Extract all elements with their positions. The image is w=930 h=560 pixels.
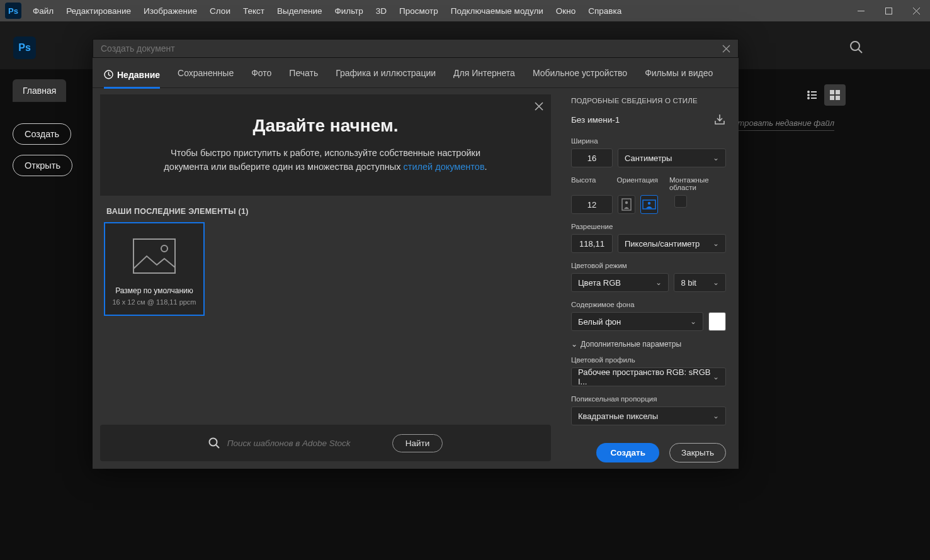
panel-title: ПОДРОБНЫЕ СВЕДЕНИЯ О СТИЛЕ xyxy=(571,97,726,104)
new-document-dialog: Недавние Сохраненные Фото Печать Графика… xyxy=(93,39,739,469)
portrait-icon xyxy=(621,198,632,211)
orientation-portrait-button[interactable] xyxy=(618,195,635,214)
tab-mobile[interactable]: Мобильное устройство xyxy=(533,64,627,82)
hero-close-button[interactable] xyxy=(535,102,543,111)
svg-rect-8 xyxy=(836,96,840,100)
background-color-swatch[interactable] xyxy=(708,312,726,331)
menu-filter[interactable]: Фильтр xyxy=(328,6,369,16)
dialog-footer: Создать Закрыть xyxy=(571,443,726,462)
menu-help[interactable]: Справка xyxy=(582,6,628,16)
recent-items-grid: Размер по умолчанию 16 x 12 см @ 118,11 … xyxy=(93,222,559,316)
tab-web[interactable]: Для Интернета xyxy=(453,64,515,82)
menu-image[interactable]: Изображение xyxy=(137,6,203,16)
dialog-search-input[interactable] xyxy=(101,43,722,53)
resolution-input[interactable] xyxy=(571,234,613,253)
svg-point-11 xyxy=(161,245,167,252)
close-icon xyxy=(535,102,543,111)
resolution-unit-select[interactable]: Пикселы/сантиметр⌄ xyxy=(618,234,726,253)
search-icon xyxy=(849,40,863,54)
svg-rect-6 xyxy=(836,90,840,94)
tab-saved[interactable]: Сохраненные xyxy=(178,64,234,82)
menu-plugins[interactable]: Подключаемые модули xyxy=(445,6,550,16)
open-button[interactable]: Открыть xyxy=(13,155,72,176)
home-tab[interactable]: Главная xyxy=(13,79,66,102)
chevron-down-icon: ⌄ xyxy=(571,340,577,349)
svg-point-4 xyxy=(808,98,809,99)
svg-rect-10 xyxy=(133,239,175,273)
menu-3d[interactable]: 3D xyxy=(370,6,393,16)
landscape-icon xyxy=(642,199,656,210)
preset-card[interactable]: Размер по умолчанию 16 x 12 см @ 118,11 … xyxy=(104,222,205,316)
save-preset-button[interactable] xyxy=(713,113,726,126)
home-pane: Главная Создать Открыть xyxy=(13,79,72,186)
tab-print[interactable]: Печать xyxy=(289,64,318,82)
preset-title: Размер по умолчанию xyxy=(110,286,198,295)
height-input[interactable] xyxy=(571,195,613,214)
hero-text: Чтобы быстро приступить к работе, исполь… xyxy=(132,146,519,174)
resolution-label: Разрешение xyxy=(571,223,726,230)
background-select[interactable]: Белый фон⌄ xyxy=(571,312,703,331)
width-input[interactable] xyxy=(571,148,613,167)
list-view-button[interactable] xyxy=(802,84,823,106)
stock-search-button[interactable]: Найти xyxy=(392,434,443,452)
global-search-button[interactable] xyxy=(849,40,863,54)
chevron-down-icon: ⌄ xyxy=(713,412,719,420)
width-label: Ширина xyxy=(571,137,726,145)
list-icon xyxy=(807,89,818,101)
hero-link[interactable]: стилей документов xyxy=(404,162,485,172)
artboards-label: Монтажные области xyxy=(669,176,726,191)
tab-film[interactable]: Фильмы и видео xyxy=(645,64,713,82)
color-profile-select[interactable]: Рабочее пространство RGB: sRGB I...⌄ xyxy=(571,367,726,386)
tab-photo[interactable]: Фото xyxy=(251,64,271,82)
image-icon xyxy=(133,238,176,274)
tab-recent[interactable]: Недавние xyxy=(104,66,160,89)
orientation-label: Ориентация xyxy=(617,176,658,191)
view-toggle-group xyxy=(802,84,846,106)
dialog-close-button[interactable] xyxy=(722,45,730,53)
menu-layers[interactable]: Слои xyxy=(203,6,237,16)
chevron-down-icon: ⌄ xyxy=(713,154,719,162)
create-document-button[interactable]: Создать xyxy=(596,443,659,462)
advanced-toggle[interactable]: ⌄Дополнительные параметры xyxy=(571,340,726,349)
menu-select[interactable]: Выделение xyxy=(271,6,329,16)
svg-rect-0 xyxy=(885,8,892,14)
background-label: Содержимое фона xyxy=(571,301,726,308)
stock-search-input[interactable] xyxy=(227,439,385,448)
color-profile-label: Цветовой профиль xyxy=(571,356,726,364)
filter-recent-input[interactable]: льтровать недавние файл xyxy=(729,118,834,131)
close-dialog-button[interactable]: Закрыть xyxy=(669,443,726,462)
svg-point-3 xyxy=(808,94,809,96)
height-label: Высота xyxy=(571,176,606,191)
search-icon xyxy=(208,437,220,449)
menu-file[interactable]: Файл xyxy=(26,6,60,16)
close-window-button[interactable] xyxy=(902,0,930,21)
dialog-title-bar xyxy=(93,39,739,58)
menu-edit[interactable]: Редактирование xyxy=(60,6,137,16)
minimize-button[interactable] xyxy=(847,0,875,21)
color-mode-select[interactable]: Цвета RGB⌄ xyxy=(571,273,669,292)
grid-view-button[interactable] xyxy=(824,84,846,106)
menu-window[interactable]: Окно xyxy=(550,6,582,16)
width-unit-select[interactable]: Сантиметры⌄ xyxy=(618,148,726,167)
maximize-button[interactable] xyxy=(875,0,902,21)
hero-banner: Давайте начнем. Чтобы быстро приступить … xyxy=(100,94,551,196)
chevron-down-icon: ⌄ xyxy=(690,317,696,326)
menu-view[interactable]: Просмотр xyxy=(393,6,445,16)
chevron-down-icon: ⌄ xyxy=(655,278,662,287)
svg-point-16 xyxy=(648,202,650,204)
pixel-aspect-select[interactable]: Квадратные пикселы⌄ xyxy=(571,406,726,425)
svg-rect-7 xyxy=(830,96,834,100)
create-button[interactable]: Создать xyxy=(13,123,71,145)
orientation-landscape-button[interactable] xyxy=(640,195,658,214)
dialog-left-pane: Давайте начнем. Чтобы быстро приступить … xyxy=(93,88,559,469)
svg-point-12 xyxy=(209,439,217,446)
maximize-icon xyxy=(885,8,892,14)
preset-name[interactable]: Без имени-1 xyxy=(571,115,620,125)
tab-label: Недавние xyxy=(117,70,160,80)
stock-search-icon-wrap xyxy=(208,437,220,449)
menu-text[interactable]: Текст xyxy=(237,6,271,16)
artboards-checkbox[interactable] xyxy=(674,195,687,208)
window-controls xyxy=(847,0,930,21)
bit-depth-select[interactable]: 8 bit⌄ xyxy=(674,273,726,292)
tab-illustration[interactable]: Графика и иллюстрации xyxy=(336,64,436,82)
